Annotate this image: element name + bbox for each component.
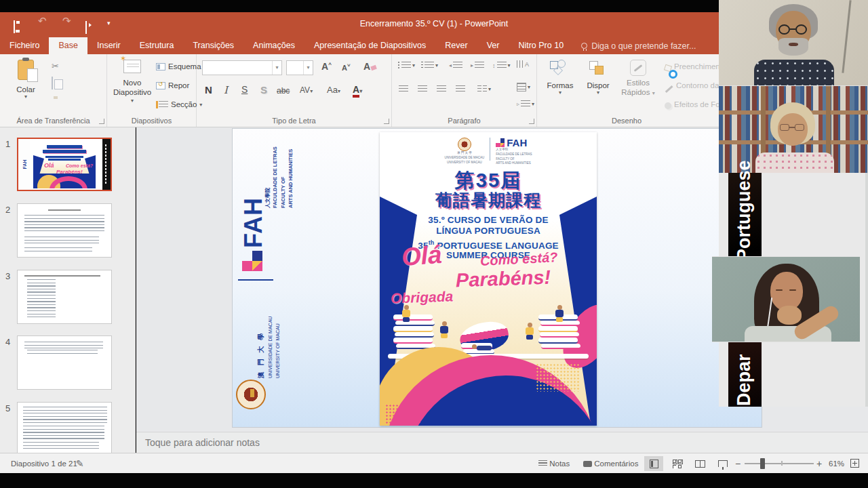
change-case-dropdown-icon: ▾ [338, 88, 340, 94]
thumbnail-row-2: 2 [0, 203, 136, 261]
change-case-button[interactable]: Aa▾ [327, 85, 340, 95]
zoom-in-button[interactable]: + [816, 453, 822, 474]
group-label-slides: Diapositivos [107, 117, 196, 125]
section-button[interactable]: Secção ▾ [156, 100, 202, 108]
poster-graphic: 澳 門 大 學 UNIVERSIDADE DE MACAU UNIVERSITY… [380, 132, 597, 426]
slide-thumbnail-1[interactable]: FAH Olá Como está? Parabéns! Obrigada [17, 138, 112, 191]
tab-ficheiro[interactable]: Ficheiro [0, 37, 49, 54]
shapes-button[interactable]: Formas ▾ [542, 60, 578, 96]
notes-placeholder[interactable]: Toque para adicionar notas [145, 437, 868, 448]
clear-formatting-button[interactable]: A [363, 61, 376, 72]
font-dialog-launcher[interactable] [384, 119, 389, 124]
shapes-dropdown-icon: ▾ [542, 89, 578, 96]
font-color-icon: A [353, 84, 359, 98]
participant1-glasses [778, 24, 808, 35]
increase-indent-button[interactable]: ▸ [471, 62, 484, 69]
slide-thumbnail-2[interactable] [17, 203, 112, 258]
participant2-blouse [755, 152, 834, 173]
poster-title-cn-2: 葡語暑期課程 [380, 189, 597, 211]
paragraph-dialog-launcher[interactable] [529, 119, 534, 124]
status-bar: Diapositivo 1 de 21 ✎ Notas Comentários … [0, 453, 868, 473]
new-slide-button[interactable]: Novo Diapositivo ▾ [111, 60, 153, 104]
font-name-dropdown-icon: ▾ [272, 61, 281, 75]
justify-button[interactable] [456, 85, 465, 93]
align-right-button[interactable] [437, 85, 446, 93]
view-slideshow-button[interactable] [713, 456, 732, 471]
halftone-dots-pink [385, 404, 420, 424]
grow-font-button[interactable]: A˄ [321, 61, 332, 72]
tab-ver[interactable]: Ver [477, 37, 509, 54]
character-spacing-button[interactable]: AV▾ [300, 85, 313, 95]
tab-animacoes[interactable]: Animações [243, 37, 304, 54]
slide-number: 3 [5, 271, 10, 281]
justify-icon [456, 85, 465, 93]
webcam-participant-1[interactable] [719, 0, 868, 85]
paste-icon [18, 60, 34, 80]
pen-notes-icon[interactable]: ✎ [76, 453, 84, 474]
reading-view-icon [695, 460, 705, 468]
clipboard-dialog-launcher[interactable] [99, 119, 104, 124]
view-reading-button[interactable] [690, 456, 709, 471]
tab-rever[interactable]: Rever [435, 37, 477, 54]
underline-button[interactable]: S [241, 84, 248, 95]
line-spacing-button[interactable]: ↕▾ [492, 62, 511, 69]
align-left-button[interactable] [399, 85, 408, 93]
slide-thumbnail-3[interactable] [17, 270, 112, 324]
tab-nitro-pro[interactable]: Nitro Pro 10 [509, 37, 573, 54]
bullets-button[interactable]: ▾ [401, 62, 415, 69]
notes-toggle[interactable]: Notas [538, 453, 570, 474]
clear-formatting-icon: A [363, 61, 370, 72]
slide-canvas[interactable]: 人文學院 FACULDADE DE LETRAS FACULTY OF ARTS… [233, 129, 762, 427]
text-shadow-button[interactable]: S [260, 84, 267, 96]
convert-smartart-button[interactable]: ▹▾ [517, 100, 534, 108]
align-text-button[interactable]: ▾ [517, 83, 530, 92]
section-label: Secção [171, 100, 197, 108]
text-direction-button[interactable]: A [517, 60, 529, 68]
slide-number: 4 [5, 337, 10, 347]
align-left-icon [399, 85, 408, 93]
slide-sorter-icon [673, 460, 682, 468]
arrange-button[interactable]: Dispor ▾ [580, 60, 616, 96]
copy-button[interactable] [52, 77, 53, 89]
zoom-level[interactable]: 61% [829, 453, 844, 474]
font-color-button[interactable]: A▾ [353, 84, 362, 95]
sidebar-faculty-l2: FACULTY OF [279, 146, 287, 208]
webcam-participant-3[interactable] [712, 256, 860, 342]
numbering-button[interactable]: ▾ [425, 62, 438, 69]
bold-button[interactable]: N [205, 84, 212, 96]
text-direction-icon [517, 60, 524, 68]
quick-styles-button[interactable]: EstilosRápidos ▾ [618, 60, 658, 98]
view-slide-sorter-button[interactable] [667, 456, 686, 471]
notes-pane[interactable]: Toque para adicionar notas [136, 432, 868, 453]
reset-button[interactable]: Repor [156, 81, 189, 89]
tab-inserir[interactable]: Inserir [87, 37, 130, 54]
strikethrough-button[interactable]: abc [277, 86, 290, 96]
sidebar-um-cn: 澳 門 大 學 [256, 317, 267, 378]
columns-button[interactable]: ▾ [477, 85, 491, 93]
font-name-combobox[interactable]: ▾ [202, 60, 282, 75]
tab-apresentacao[interactable]: Apresentação de Diapositivos [304, 37, 435, 54]
slide-thumbnail-4[interactable] [17, 336, 112, 390]
tell-me-box[interactable]: Diga o que pretende fazer... [573, 37, 704, 54]
slide-thumbnail-5[interactable] [17, 402, 112, 453]
decrease-indent-button[interactable]: ◂ [449, 62, 462, 69]
italic-button[interactable]: I [224, 84, 228, 96]
zoom-slider-track[interactable] [745, 463, 814, 464]
fit-slide-to-window-button[interactable] [850, 459, 859, 468]
tab-transicoes[interactable]: Transições [183, 37, 243, 54]
view-normal-button[interactable] [644, 456, 663, 471]
cut-button[interactable]: ✂ [52, 61, 59, 71]
font-size-combobox[interactable]: ▾ [286, 60, 313, 75]
zoom-out-button[interactable]: − [735, 453, 741, 474]
zoom-slider-thumb[interactable] [760, 458, 765, 469]
comments-toggle[interactable]: Comentários [583, 453, 638, 474]
um-seal-icon [458, 138, 471, 151]
align-center-button[interactable] [418, 85, 427, 93]
shrink-font-button[interactable]: A˅ [342, 62, 351, 72]
thumbnail-row-1: 1 FAH Olá Como está? Parabéns! Obrigada [0, 138, 136, 195]
university-seal [236, 380, 266, 409]
tab-estrutura[interactable]: Estrutura [130, 37, 184, 54]
paste-button[interactable]: Colar ▾ [8, 60, 43, 100]
character-spacing-dropdown-icon: ▾ [310, 88, 313, 94]
tab-base[interactable]: Base [49, 37, 87, 54]
